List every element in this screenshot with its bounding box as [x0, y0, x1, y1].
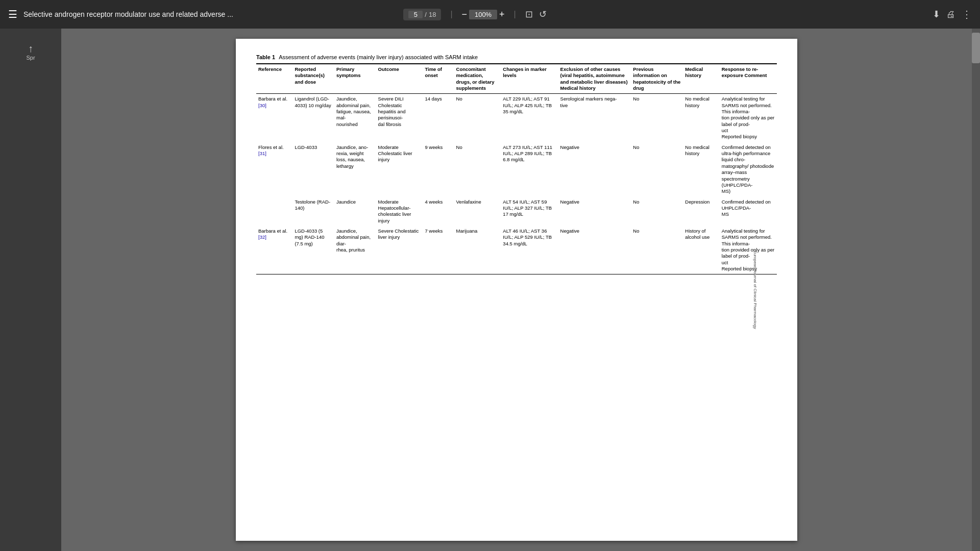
table-title: Table 1 Assessment of adverse events (ma…: [256, 54, 777, 60]
main-area: ↑ Spr Table 1 Assessment of adverse even…: [0, 29, 980, 551]
cell-substance: Testolone (RAD-140): [292, 197, 334, 226]
cell-substance: LGD-4033: [292, 142, 334, 197]
cell-symptoms: Jaundice: [334, 197, 376, 226]
ref-link-31[interactable]: [31]: [258, 151, 266, 156]
cell-concomitant: No: [454, 142, 501, 197]
cell-time-onset: 9 weeks: [423, 142, 454, 197]
cell-medical-history: Depression: [683, 197, 719, 226]
cell-response: Analytical testing for SARMS not perform…: [720, 94, 777, 142]
cell-concomitant: No: [454, 94, 501, 142]
zoom-increase-button[interactable]: +: [499, 9, 505, 20]
cell-response: Analytical testing for SARMS not perform…: [720, 226, 777, 274]
cell-outcome: Moderate Cholestatic liver injury: [376, 142, 423, 197]
cell-response: Confirmed detected on ultra-high perform…: [720, 142, 777, 197]
download-button[interactable]: ⬇: [933, 9, 940, 20]
toolbar: ☰ Selective androgen receptor modulator …: [0, 0, 980, 29]
fit-page-button[interactable]: ⊡: [525, 9, 533, 20]
cell-response: Confirmed detected on UHPLC/PDA-MS: [720, 197, 777, 226]
cell-reference: Barbara et al.[30]: [256, 94, 292, 142]
col-exclusion: Exclusion of other causes (viral hepatit…: [558, 64, 631, 94]
cell-medical-history: No medical history: [683, 142, 719, 197]
cell-marker-changes: ALT 229 IU/L; AST 91 IU/L; ALP 425 IU/L;…: [501, 94, 558, 142]
cell-marker-changes: ALT 54 IU/L; AST 59 IU/L; ALP 327 IU/L; …: [501, 197, 558, 226]
col-substance: Reported substance(s) and dose: [292, 64, 334, 94]
document-title: Selective androgen receptor modulator us…: [23, 10, 397, 18]
pdf-page: Table 1 Assessment of adverse events (ma…: [236, 39, 797, 541]
cell-reference: Flores et al.[31]: [256, 142, 292, 197]
cell-exclusion: Serological markers nega-tive: [558, 94, 631, 142]
zoom-input[interactable]: [469, 10, 497, 19]
table-row: Barbara et al.[30] Ligandrol (LGD-4033) …: [256, 94, 777, 142]
cell-reference: [256, 197, 292, 226]
more-options-button[interactable]: ⋮: [962, 8, 972, 20]
cell-concomitant: Marijuana: [454, 226, 501, 274]
left-panel: ↑ Spr: [0, 29, 61, 551]
cell-time-onset: 7 weeks: [423, 226, 454, 274]
cell-reference: Barbara et al.[32]: [256, 226, 292, 274]
menu-icon: ☰: [8, 9, 17, 20]
col-medical-history: Medical history: [683, 64, 719, 94]
main-table: Reference Reported substance(s) and dose…: [256, 63, 777, 274]
col-time-onset: Time of onset: [423, 64, 454, 94]
table-caption: Assessment of adverse events (mainly liv…: [279, 54, 478, 60]
share-button[interactable]: ↑ Spr: [24, 39, 37, 65]
col-reference: Reference: [256, 64, 292, 94]
col-response: Response to re-exposure Comment: [720, 64, 777, 94]
cell-symptoms: Jaundice, abdominal pain, diar-rhea, pru…: [334, 226, 376, 274]
cell-exclusion: Negative: [558, 226, 631, 274]
cell-previous-info: No: [631, 197, 683, 226]
cell-marker-changes: ALT 273 IU/L; AST 111 IU/L; ALP 289 IU/L…: [501, 142, 558, 197]
page-separator: /: [425, 11, 427, 18]
cell-previous-info: No: [631, 226, 683, 274]
rotate-button[interactable]: ↺: [539, 9, 547, 20]
divider-2: |: [514, 10, 516, 19]
menu-button[interactable]: ☰: [8, 8, 17, 20]
pdf-area[interactable]: Table 1 Assessment of adverse events (ma…: [61, 29, 972, 551]
table-row: Testolone (RAD-140) Jaundice Moderate He…: [256, 197, 777, 226]
table-row: Barbara et al.[32] LGD-4033 (5 mg) RAD-1…: [256, 226, 777, 274]
divider-1: |: [450, 10, 452, 19]
ref-link-32[interactable]: [32]: [258, 234, 266, 240]
table-row: Flores et al.[31] LGD-4033 Jaundice, ano…: [256, 142, 777, 197]
col-previous-info: Previous information on hepatotoxicity o…: [631, 64, 683, 94]
cell-symptoms: Jaundice, ano-rexia, weight loss, nausea…: [334, 142, 376, 197]
cell-outcome: Severe DILI Cholestatic hepatitis and pe…: [376, 94, 423, 142]
col-symptoms: Primary symptoms: [334, 64, 376, 94]
col-outcome: Outcome: [376, 64, 423, 94]
col-concomitant: Concomitant medication, drugs, or dietar…: [454, 64, 501, 94]
cell-medical-history: No medical history: [683, 94, 719, 142]
ref-link-30[interactable]: [30]: [258, 103, 266, 108]
cell-marker-changes: ALT 46 IU/L; AST 36 IU/L; ALP 529 IU/L; …: [501, 226, 558, 274]
cell-substance: Ligandrol (LGD-4033) 10 mg/day: [292, 94, 334, 142]
page-number-input[interactable]: [408, 11, 423, 18]
cell-outcome: Moderate Hepatocellular-cholestatic live…: [376, 197, 423, 226]
cell-previous-info: No: [631, 142, 683, 197]
cell-concomitant: Venlafaxine: [454, 197, 501, 226]
cell-exclusion: Negative: [558, 197, 631, 226]
zoom-decrease-button[interactable]: −: [462, 9, 468, 20]
cell-medical-history: History of alcohol use: [683, 226, 719, 274]
scrollbar-thumb[interactable]: [972, 33, 980, 63]
cell-previous-info: No: [631, 94, 683, 142]
col-marker-changes: Changes in marker levels: [501, 64, 558, 94]
zoom-controls: − +: [462, 9, 505, 20]
cell-time-onset: 14 days: [423, 94, 454, 142]
cell-symptoms: Jaundice, abdominal pain, fatigue, nause…: [334, 94, 376, 142]
table-header-row: Reference Reported substance(s) and dose…: [256, 64, 777, 94]
cell-exclusion: Negative: [558, 142, 631, 197]
journal-side-label: European Journal of Clinical Pharmacolog…: [753, 251, 757, 329]
cell-substance: LGD-4033 (5 mg) RAD-140 (7.5 mg): [292, 226, 334, 274]
scrollbar[interactable]: [972, 29, 980, 551]
cell-outcome: Severe Cholestatic liver injury: [376, 226, 423, 274]
page-total: 18: [429, 11, 436, 18]
page-controls: / 18: [403, 9, 441, 20]
cell-time-onset: 4 weeks: [423, 197, 454, 226]
print-button[interactable]: 🖨: [946, 9, 955, 20]
